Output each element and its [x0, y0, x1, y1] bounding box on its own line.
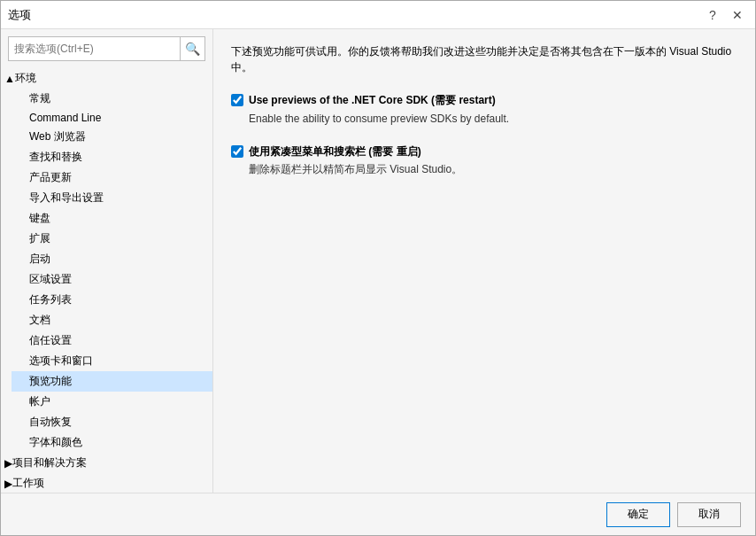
sidebar-item-general[interactable]: 常规 — [12, 89, 212, 109]
compact-menu-desc: 删除标题栏并以精简布局显示 Visual Studio。 — [249, 162, 737, 177]
sidebar-item-importsettings[interactable]: 导入和导出设置 — [12, 188, 212, 208]
sidebar-item-region[interactable]: 区域设置 — [12, 269, 212, 290]
ok-button[interactable]: 确定 — [606, 502, 670, 527]
search-input[interactable] — [9, 43, 180, 55]
option-dotnet-sdk: Use previews of the .NET Core SDK (需要 re… — [231, 93, 737, 127]
title-bar: 选项 ? ✕ — [1, 1, 755, 29]
workitems-arrow: ▶ — [4, 478, 12, 490]
sidebar-item-extensions[interactable]: 扩展 — [12, 229, 212, 249]
compact-menu-label: 使用紧凑型菜单和搜索栏 (需要 重启) — [249, 144, 421, 159]
sidebar-item-startup[interactable]: 启动 — [12, 249, 212, 269]
tree-section-environment: ▲ 环境 常规 Command Line Web 浏览器 查找和替换 产品更新 … — [1, 68, 212, 453]
sidebar-item-fontcolors[interactable]: 字体和颜色 — [12, 432, 212, 453]
sidebar-item-browser[interactable]: Web 浏览器 — [12, 127, 212, 147]
sidebar-item-keyboard[interactable]: 键盘 — [12, 208, 212, 229]
sidebar-item-findreplace[interactable]: 查找和替换 — [12, 147, 212, 167]
tree-section-workitems: ▶ 工作项 — [1, 473, 212, 493]
search-box[interactable]: 🔍 — [8, 36, 205, 61]
sidebar-item-commandline[interactable]: Command Line — [12, 109, 212, 127]
sidebar-item-trustsettings[interactable]: 信任设置 — [12, 330, 212, 351]
projects-label: 项目和解决方案 — [12, 455, 87, 470]
compact-menu-checkbox[interactable] — [231, 145, 243, 158]
workitems-label: 工作项 — [12, 476, 44, 491]
close-button[interactable]: ✕ — [727, 4, 748, 26]
sidebar-item-tabswindows[interactable]: 选项卡和窗口 — [12, 351, 212, 371]
projects-arrow: ▶ — [4, 457, 12, 470]
dotnet-sdk-checkbox[interactable] — [231, 94, 243, 106]
right-panel: 下述预览功能可供试用。你的反馈将帮助我们改进这些功能并决定是否将其包含在下一版本… — [213, 29, 755, 493]
dotnet-sdk-label: Use previews of the .NET Core SDK (需要 re… — [249, 93, 496, 108]
tree: ▲ 环境 常规 Command Line Web 浏览器 查找和替换 产品更新 … — [1, 68, 212, 493]
left-panel: 🔍 ▲ 环境 常规 Command Line Web 浏览器 查找和替换 产品更… — [1, 29, 213, 493]
options-dialog: 选项 ? ✕ 🔍 ▲ 环境 常规 Command Line — [0, 0, 756, 536]
sidebar-item-tasklist[interactable]: 任务列表 — [12, 290, 212, 310]
dotnet-sdk-desc: Enable the ability to consume preview SD… — [249, 112, 737, 127]
dialog-body: 🔍 ▲ 环境 常规 Command Line Web 浏览器 查找和替换 产品更… — [1, 29, 755, 493]
environment-arrow: ▲ — [4, 73, 15, 85]
sidebar-item-accounts[interactable]: 帐户 — [12, 392, 212, 412]
cancel-button[interactable]: 取消 — [677, 502, 741, 527]
dialog-title: 选项 — [8, 7, 31, 23]
title-bar-buttons: ? ✕ — [702, 4, 748, 26]
sidebar-item-autorestore[interactable]: 自动恢复 — [12, 412, 212, 432]
help-button[interactable]: ? — [702, 4, 723, 26]
preview-intro: 下述预览功能可供试用。你的反馈将帮助我们改进这些功能并决定是否将其包含在下一版本… — [231, 43, 737, 75]
sidebar-item-productupdate[interactable]: 产品更新 — [12, 167, 212, 188]
environment-children: 常规 Command Line Web 浏览器 查找和替换 产品更新 导入和导出… — [1, 89, 212, 453]
tree-header-workitems[interactable]: ▶ 工作项 — [1, 473, 212, 493]
sidebar-item-documents[interactable]: 文档 — [12, 310, 212, 330]
environment-label: 环境 — [15, 71, 36, 86]
option-compact-menu-header: 使用紧凑型菜单和搜索栏 (需要 重启) — [231, 144, 737, 159]
search-icon[interactable]: 🔍 — [180, 36, 204, 61]
sidebar-item-preview[interactable]: 预览功能 — [12, 371, 212, 392]
tree-header-projects[interactable]: ▶ 项目和解决方案 — [1, 453, 212, 473]
option-dotnet-sdk-header: Use previews of the .NET Core SDK (需要 re… — [231, 93, 737, 108]
tree-section-projects: ▶ 项目和解决方案 — [1, 453, 212, 473]
tree-header-environment[interactable]: ▲ 环境 — [1, 68, 212, 89]
option-compact-menu: 使用紧凑型菜单和搜索栏 (需要 重启) 删除标题栏并以精简布局显示 Visual… — [231, 144, 737, 178]
dialog-footer: 确定 取消 — [1, 493, 755, 535]
